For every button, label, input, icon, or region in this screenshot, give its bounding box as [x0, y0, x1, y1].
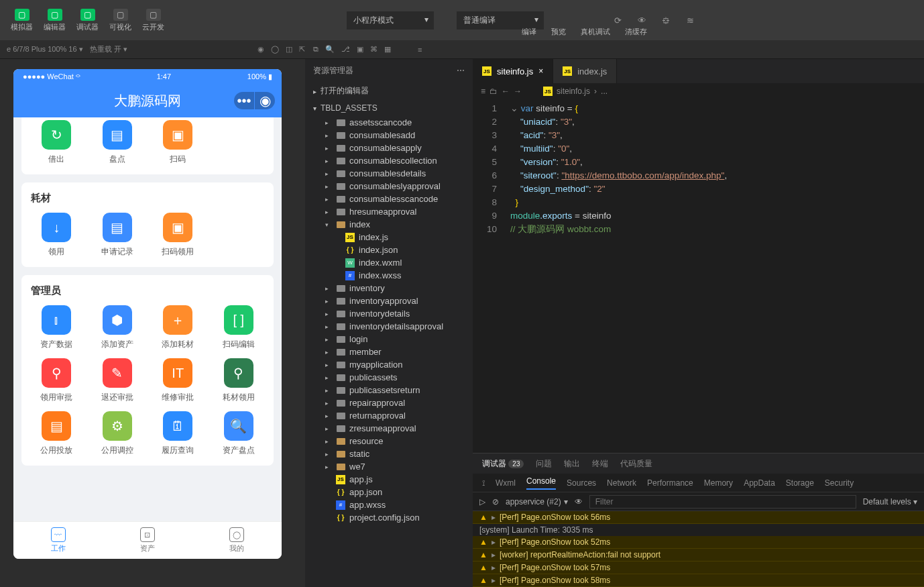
- app-添加资产[interactable]: ⬢添加资产: [89, 305, 146, 350]
- bug-icon[interactable]: ⯐: [656, 12, 675, 28]
- tree-repairapproval[interactable]: ▸repairapproval: [310, 396, 473, 409]
- levels-select[interactable]: Default levels ▾: [863, 497, 917, 506]
- tree-resource[interactable]: ▸resource: [310, 435, 473, 447]
- indent-icon[interactable]: ≡: [418, 46, 422, 54]
- stop-icon[interactable]: ◫: [286, 45, 292, 54]
- dbg-sub-Storage[interactable]: Storage: [786, 478, 814, 488]
- dbg-tab-终端[interactable]: 终端: [592, 458, 608, 470]
- exit-icon[interactable]: ⇱: [299, 45, 305, 54]
- compile-label[interactable]: 编译: [522, 27, 536, 37]
- hot-reload[interactable]: 热重载 开 ▾: [90, 44, 127, 54]
- dbg-sub-Wxml[interactable]: Wxml: [496, 478, 516, 488]
- dbg-sub-Sources[interactable]: Sources: [567, 478, 596, 488]
- app-扫码领用[interactable]: ▣扫码领用: [150, 213, 207, 258]
- etab-index.js[interactable]: JSindex.js: [553, 59, 617, 83]
- tree-app.wxss[interactable]: #app.wxss: [310, 498, 473, 511]
- arrow-right-icon[interactable]: →: [514, 87, 522, 96]
- toolbar-可视化[interactable]: ▢可视化: [105, 6, 135, 35]
- app-领用[interactable]: ↓领用: [28, 213, 85, 258]
- app-盘点[interactable]: ▤盘点: [89, 120, 146, 165]
- preview-label[interactable]: 预览: [551, 27, 566, 37]
- app-借出[interactable]: ↻借出: [28, 120, 85, 165]
- circle-icon[interactable]: ◯: [271, 45, 279, 54]
- tree-consumablesadd[interactable]: ▸consumablesadd: [310, 129, 473, 142]
- tree-index.js[interactable]: JSindex.js: [310, 231, 473, 244]
- app-退还审批[interactable]: ✎退还审批: [89, 358, 146, 403]
- tree-index.json[interactable]: { }index.json: [310, 244, 473, 256]
- terminal-icon[interactable]: ⌘: [370, 45, 378, 54]
- dbg-tab-问题[interactable]: 问题: [536, 458, 552, 470]
- tree-app.json[interactable]: { }app.json: [310, 486, 473, 498]
- open-editors-section[interactable]: 打开的编辑器: [305, 82, 473, 100]
- app-扫码编辑[interactable]: [ ]扫码编辑: [211, 305, 268, 350]
- tab-我的[interactable]: ◯我的: [192, 522, 282, 559]
- eye2-icon[interactable]: 👁: [575, 497, 583, 506]
- project-section[interactable]: TBLD_ASSETS: [305, 100, 473, 116]
- tree-index.wxss[interactable]: #index.wxss: [310, 269, 473, 282]
- app-公用投放[interactable]: ▤公用投放: [28, 411, 85, 456]
- code-area[interactable]: ⌄ var siteinfo = { "uniacid": "3", "acid…: [506, 99, 924, 453]
- clear-cache-label[interactable]: 清缓存: [625, 27, 647, 37]
- tree-inventoryapproval[interactable]: ▸inventoryapproval: [310, 295, 473, 307]
- tree-inventorydetailsapproval[interactable]: ▸inventorydetailsapproval: [310, 320, 473, 333]
- app-维修审批[interactable]: IT维修审批: [150, 358, 207, 403]
- tab-资产[interactable]: ⊡资产: [103, 522, 192, 559]
- tree-consumablesdetails[interactable]: ▸consumablesdetails: [310, 167, 473, 180]
- crumb-file[interactable]: siteinfo.js: [557, 87, 590, 96]
- capsule-close[interactable]: ◉: [255, 92, 275, 109]
- tree-member[interactable]: ▸member: [310, 345, 473, 358]
- dbg-sub-Security[interactable]: Security: [825, 478, 854, 488]
- dbg-tab-代码质量[interactable]: 代码质量: [620, 458, 652, 470]
- play-icon[interactable]: ▷: [479, 497, 485, 506]
- tab-工作[interactable]: 〰工作: [13, 522, 103, 559]
- more-icon[interactable]: ⋯: [457, 66, 465, 75]
- dbg-sub-Memory[interactable]: Memory: [704, 478, 733, 488]
- crumb-more[interactable]: ...: [601, 87, 608, 96]
- tree-myapplication[interactable]: ▸myapplication: [310, 358, 473, 371]
- tree-publicassets[interactable]: ▸publicassets: [310, 371, 473, 384]
- eye-icon[interactable]: 👁: [632, 12, 651, 28]
- app-公用调控[interactable]: ⚙公用调控: [89, 411, 146, 456]
- stack-icon[interactable]: ≋: [681, 12, 699, 28]
- refresh-icon[interactable]: ⟳: [608, 12, 627, 28]
- etab-siteinfo.js[interactable]: JSsiteinfo.js×: [473, 59, 553, 83]
- tree-we7[interactable]: ▸we7: [310, 460, 473, 473]
- real-debug-label[interactable]: 真机调试: [581, 27, 610, 37]
- tree-index[interactable]: ▾index: [310, 218, 473, 231]
- context-select[interactable]: appservice (#2) ▾: [506, 497, 568, 506]
- dbg-sub-Performance[interactable]: Performance: [647, 478, 693, 488]
- toolbar-模拟器[interactable]: ▢模拟器: [7, 6, 37, 35]
- tree-inventorydetails[interactable]: ▸inventorydetails: [310, 307, 473, 320]
- app-耗材领用[interactable]: ⚲耗材领用: [211, 358, 268, 403]
- dbg-tab-调试器[interactable]: 调试器 23: [482, 458, 524, 470]
- capsule-menu[interactable]: •••: [234, 92, 254, 109]
- mode-select[interactable]: 小程序模式: [347, 11, 434, 30]
- toolbar-编辑器[interactable]: ▢编辑器: [40, 6, 70, 35]
- tree-app.js[interactable]: JSapp.js: [310, 473, 473, 486]
- tree-zresumeapproval[interactable]: ▸zresumeapproval: [310, 422, 473, 435]
- dbg-sub-Console[interactable]: Console: [526, 476, 556, 490]
- nav-back-icon[interactable]: ≡: [481, 87, 485, 96]
- chip-icon[interactable]: ▦: [384, 45, 391, 54]
- tree-consumablesscancode[interactable]: ▸consumablesscancode: [310, 193, 473, 205]
- tree-returnapproval[interactable]: ▸returnapproval: [310, 409, 473, 422]
- app-履历查询[interactable]: 🗓履历查询: [150, 411, 207, 456]
- app-添加耗材[interactable]: ＋添加耗材: [150, 305, 207, 350]
- filter-input[interactable]: [589, 495, 856, 509]
- app-资产数据[interactable]: ⫾资产数据: [28, 305, 85, 350]
- app-领用审批[interactable]: ⚲领用审批: [28, 358, 85, 403]
- app-申请记录[interactable]: ▤申请记录: [89, 213, 146, 258]
- toolbar-调试器[interactable]: ▢调试器: [72, 6, 103, 35]
- device-info[interactable]: e 6/7/8 Plus 100% 16 ▾: [7, 45, 83, 54]
- toolbar-云开发[interactable]: ▢云开发: [138, 6, 168, 35]
- dbg-sub-Network[interactable]: Network: [607, 478, 636, 488]
- dbg-sub-AppData[interactable]: AppData: [744, 478, 775, 488]
- copy-icon[interactable]: ⧉: [313, 45, 319, 54]
- tree-hresumeapproval[interactable]: ▸hresumeapproval: [310, 205, 473, 218]
- save-icon[interactable]: 🗀: [489, 87, 498, 96]
- box-icon[interactable]: ▣: [357, 45, 363, 54]
- tree-consumablescollection[interactable]: ▸consumablescollection: [310, 154, 473, 167]
- tree-static[interactable]: ▸static: [310, 447, 473, 460]
- tree-login[interactable]: ▸login: [310, 333, 473, 345]
- tree-project.config.json[interactable]: { }project.config.json: [310, 511, 473, 524]
